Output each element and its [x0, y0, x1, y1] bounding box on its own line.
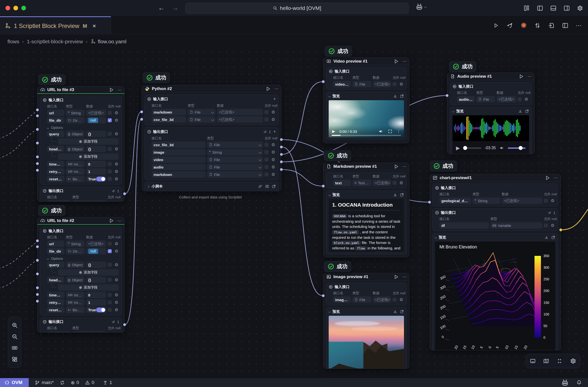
port-value[interactable]: null: [86, 248, 106, 254]
port-settings-gear-icon[interactable]: ⚙: [114, 147, 119, 151]
allow-null-checkbox[interactable]: [108, 278, 112, 282]
port-value[interactable]: 1: [86, 299, 106, 306]
chevron-down-icon[interactable]: [452, 110, 455, 113]
port-settings-gear-icon[interactable]: ⚙: [399, 298, 404, 302]
download-icon[interactable]: [393, 193, 397, 197]
port-value[interactable]: <已连线>: [86, 110, 106, 116]
port-type[interactable]: File: [188, 109, 215, 115]
history-icon[interactable]: ↺: [264, 130, 267, 134]
history-icon[interactable]: ↺: [112, 189, 115, 193]
port-value[interactable]: {}: [86, 131, 106, 137]
play-icon[interactable]: ▶: [332, 129, 335, 134]
back-icon[interactable]: ←: [158, 4, 165, 12]
node-header[interactable]: Video preview #1 ⋯: [323, 58, 409, 65]
port-settings-gear-icon[interactable]: ⚙: [550, 199, 555, 203]
port-settings-gear-icon[interactable]: ⚙: [399, 82, 404, 86]
port-type[interactable]: {}Object: [66, 262, 85, 268]
download-icon[interactable]: [393, 310, 397, 314]
port-settings-gear-icon[interactable]: ⚙: [270, 150, 276, 154]
canvas-settings-icon[interactable]: [570, 358, 576, 364]
download-icon[interactable]: [544, 235, 549, 240]
port-type[interactable]: "String: [66, 110, 85, 116]
node-more-icon[interactable]: ⋯: [402, 274, 406, 279]
port-handle[interactable]: [140, 118, 143, 121]
ai-spark-icon[interactable]: ✺: [520, 22, 528, 29]
rerun-icon[interactable]: [506, 22, 514, 29]
port-settings-gear-icon[interactable]: ⚙: [114, 249, 119, 253]
port-name[interactable]: file_path: [47, 331, 71, 333]
port-handle[interactable]: [280, 146, 283, 148]
video-progress-bar[interactable]: [332, 135, 401, 136]
port-settings-gear-icon[interactable]: ⚙: [114, 293, 119, 297]
node-more-icon[interactable]: ⋯: [402, 59, 406, 64]
port-settings-gear-icon[interactable]: ⚙: [114, 162, 119, 166]
allow-null-checkbox[interactable]: [544, 223, 548, 227]
port-handle[interactable]: [36, 128, 39, 131]
forward-icon[interactable]: →: [172, 4, 178, 12]
port-type[interactable]: Direct...: [66, 117, 85, 123]
port-value[interactable]: True: [86, 307, 106, 313]
attachment-icon[interactable]: [258, 184, 263, 189]
port-name[interactable]: video: [152, 156, 206, 163]
allow-null-checkbox[interactable]: [393, 298, 397, 302]
node-video-preview-1[interactable]: Video preview #1 ⋯ 输入接口 接口名类型数据允许 null v…: [323, 57, 409, 143]
breadcrumb-flow-folder[interactable]: 1-scriptlet-block-preview: [27, 39, 83, 45]
allow-null-checkbox[interactable]: [544, 199, 548, 203]
allow-null-checkbox[interactable]: [265, 110, 268, 114]
node-header[interactable]: Python #2 ⋯: [142, 85, 281, 93]
port-value[interactable]: True: [86, 176, 106, 182]
allow-null-checkbox[interactable]: ✓: [108, 118, 112, 122]
port-value[interactable]: <已连线>: [497, 96, 516, 102]
fullscreen-icon[interactable]: [388, 129, 392, 134]
port-type[interactable]: Save as: [72, 331, 106, 333]
allow-null-checkbox[interactable]: [108, 263, 112, 267]
port-settings-gear-icon[interactable]: ⚙: [114, 118, 119, 122]
port-handle-df[interactable]: [560, 229, 562, 231]
open-external-icon[interactable]: [400, 94, 404, 98]
node-header[interactable]: URL to file #2 ⋯: [37, 217, 124, 225]
allow-null-checkbox[interactable]: [108, 169, 112, 173]
split-bottom-icon[interactable]: [549, 4, 557, 12]
allow-null-checkbox[interactable]: [393, 82, 397, 86]
port-name[interactable]: audio_p...: [457, 96, 475, 102]
download-icon[interactable]: [393, 94, 397, 98]
remote-port-count[interactable]: 1: [103, 380, 112, 385]
add-port-icon[interactable]: +: [273, 129, 276, 134]
port-settings-gear-icon[interactable]: ⚙: [114, 308, 119, 312]
port-name[interactable]: csv_file_3d: [152, 142, 206, 148]
node-header[interactable]: Markdown preview #1 ⋯: [323, 163, 409, 170]
port-type[interactable]: "String: [66, 241, 85, 247]
zoom-in-icon[interactable]: [11, 322, 18, 328]
port-type[interactable]: 123Integer: [66, 161, 85, 167]
port-type[interactable]: 123Integer: [66, 168, 85, 175]
port-value[interactable]: {}: [86, 277, 106, 283]
port-type[interactable]: "String: [473, 197, 500, 204]
swap-ports-icon[interactable]: [534, 22, 541, 29]
markdown-preview-body[interactable]: 1. OOCANA Introduction OOCANA is a sched…: [329, 199, 404, 252]
bunny-icon[interactable]: [561, 379, 569, 386]
run-node-icon[interactable]: [393, 58, 399, 64]
port-handle[interactable]: [280, 168, 283, 171]
port-value[interactable]: {}: [86, 146, 106, 152]
warning-count[interactable]: 0: [85, 380, 94, 385]
options-group-toggle[interactable]: Options: [47, 126, 119, 130]
port-handle[interactable]: [322, 294, 325, 297]
split-right-icon[interactable]: [563, 4, 571, 12]
port-name[interactable]: text: [333, 180, 351, 186]
breadcrumb-flows[interactable]: flows: [7, 39, 19, 45]
node-markdown-preview-1[interactable]: Markdown preview #1 ⋯ 接口名类型数据允许 null tex…: [323, 163, 409, 257]
allow-null-checkbox[interactable]: [265, 118, 268, 121]
port-settings-gear-icon[interactable]: ⚙: [399, 181, 404, 185]
port-name[interactable]: image: [152, 149, 206, 155]
allow-null-checkbox[interactable]: ✓: [108, 249, 112, 253]
export-file-icon[interactable]: [547, 22, 555, 29]
port-name[interactable]: image_p...: [333, 296, 351, 303]
port-handle[interactable]: [36, 259, 39, 262]
port-settings-gear-icon[interactable]: ⚙: [270, 143, 276, 147]
run-node-icon[interactable]: [108, 218, 114, 224]
add-port-icon[interactable]: +: [273, 97, 276, 102]
node-header[interactable]: Image preview #1 ⋯: [323, 273, 409, 281]
port-type[interactable]: File: [207, 142, 263, 148]
git-branch-item[interactable]: main*: [35, 380, 54, 385]
node-header[interactable]: URL to file #3 ⋯: [37, 86, 124, 94]
